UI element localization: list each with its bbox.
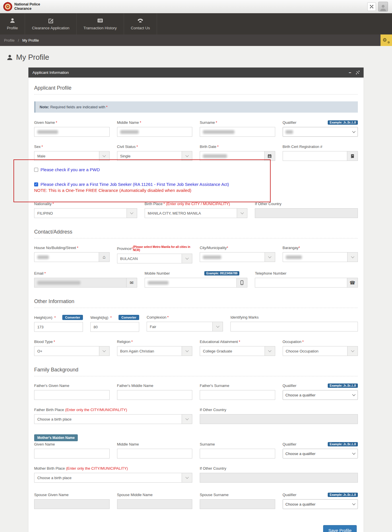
field-barangay: Barangay* <box>283 245 358 263</box>
spouse-surname-input <box>200 499 275 509</box>
identifying-marks-input[interactable] <box>230 322 358 331</box>
field-mother-qualifier: Qualifier Example: Jr..Sr..I..II Choose … <box>283 442 358 458</box>
mother-qualifier-select[interactable]: Choose a qualifier <box>283 449 358 458</box>
required-fields-note: Note:Required fields are indicated with* <box>34 101 358 113</box>
nav-label: Profile <box>7 26 18 30</box>
field-nationality: Nationality * FILIPINO <box>34 201 137 218</box>
arrows-expand-icon <box>369 4 374 9</box>
educational-attainment-select[interactable]: College Graduate <box>200 346 275 356</box>
spouse-middle-name-input <box>117 499 193 509</box>
chevron-down-icon <box>347 346 358 356</box>
pwd-checkbox-row: Please check if you are a PWD <box>34 167 358 172</box>
nav-profile[interactable]: Profile <box>0 13 25 34</box>
mothers-maiden-name-badge: Mother's Maiden Name <box>34 434 78 441</box>
chevron-down-icon <box>352 130 355 133</box>
main-nav: Profile Clearance Application Transactio… <box>0 13 392 34</box>
save-profile-button[interactable]: Save Profile <box>323 525 357 532</box>
surname-input[interactable] <box>200 127 275 137</box>
home-icon: ⌂ <box>99 252 110 262</box>
field-given-name: Given Name * <box>34 120 110 137</box>
mother-middle-name-input[interactable] <box>117 449 193 458</box>
mobile-phone-icon <box>236 278 247 288</box>
religion-select[interactable]: Born Again Christian <box>117 346 193 356</box>
breadcrumb-profile-link[interactable]: Profile <box>4 38 15 43</box>
breadcrumb: Profile / My Profile <box>4 38 39 43</box>
height-converter-button[interactable]: Converter <box>62 315 83 320</box>
father-if-other-country-input <box>200 414 358 424</box>
father-birth-place-select[interactable]: Choose a birth place <box>34 414 192 424</box>
section-family-background: Family Background <box>34 367 358 376</box>
complexion-select[interactable]: Fair <box>147 322 223 331</box>
user-icon <box>6 54 13 61</box>
father-middle-name-input[interactable] <box>117 390 193 400</box>
field-qualifier: Qualifier Example: Jr..Sr..I..II <box>283 120 358 137</box>
given-name-input[interactable] <box>34 127 110 137</box>
avatar[interactable] <box>378 2 388 11</box>
chevron-down-icon <box>237 209 247 218</box>
pwd-checkbox[interactable] <box>34 168 38 172</box>
mobile-input[interactable] <box>145 278 237 288</box>
house-input[interactable] <box>34 252 99 262</box>
chevron-down-icon <box>99 151 109 161</box>
nationality-select[interactable]: FILIPINO <box>34 208 137 218</box>
redacted-value <box>37 130 58 134</box>
birth-cert-input[interactable] <box>283 151 347 161</box>
field-civil-status: Civil Status * Single <box>117 144 193 161</box>
barangay-select[interactable] <box>283 252 358 262</box>
settings-button[interactable]: ⚙ ⚙ <box>381 34 392 46</box>
mother-given-name-input[interactable] <box>34 449 110 458</box>
father-qualifier-select[interactable]: Choose a qualifier <box>283 390 358 400</box>
redacted-value <box>120 130 139 134</box>
field-father-qualifier: Qualifier Example: Jr..Sr..I..II Choose … <box>283 383 358 400</box>
weight-input[interactable]: 80 <box>90 322 139 332</box>
breadcrumb-current: My Profile <box>22 38 39 43</box>
father-surname-input[interactable] <box>200 390 275 400</box>
birth-place-select[interactable]: MANILA CITY, METRO MANILA <box>145 208 248 218</box>
nav-contact-us[interactable]: Contact Us <box>124 13 157 34</box>
redacted-value <box>203 255 221 259</box>
field-telephone: Telephone Number ☎ <box>255 271 358 288</box>
field-father-if-other-country: If Other Country <box>200 407 358 424</box>
telephone-input[interactable] <box>255 278 347 288</box>
occupation-select[interactable]: Choose Occupation <box>283 346 358 356</box>
collapse-icon[interactable]: − <box>349 70 351 75</box>
section-other-information: Other Information <box>34 298 358 308</box>
section-contact-address: Contact/Address <box>34 229 358 238</box>
nav-label: Contact Us <box>131 26 150 30</box>
father-given-name-input[interactable] <box>34 390 110 400</box>
chevron-down-icon <box>352 451 355 454</box>
spouse-qualifier-select[interactable]: Choose a qualifier <box>283 499 358 509</box>
mother-birth-place-select[interactable]: Choose a birth place <box>34 473 192 483</box>
qualifier-select[interactable] <box>283 127 358 137</box>
qualifier-example-badge: Example: Jr..Sr..I..II <box>328 383 358 388</box>
mother-surname-input[interactable] <box>200 449 275 458</box>
first-time-job-seeker-label[interactable]: Please check if you are a First Time Job… <box>40 182 229 187</box>
nav-transaction-history[interactable]: Transaction History <box>77 13 124 34</box>
birth-date-input[interactable] <box>200 151 264 161</box>
middle-name-input[interactable] <box>117 127 193 137</box>
weight-converter-button[interactable]: Converter <box>119 315 139 320</box>
field-height: Height(cm) * Converter 173 <box>34 315 83 332</box>
qualifier-example-badge: Example: Jr..Sr..I..II <box>328 120 358 125</box>
redacted-value <box>203 130 234 134</box>
envelope-icon: ✉ <box>126 278 137 288</box>
expand-diagonal-icon[interactable] <box>356 71 360 74</box>
phone-icon <box>137 18 143 24</box>
blood-type-select[interactable]: O+ <box>34 346 110 356</box>
province-select[interactable]: BULACAN <box>117 254 193 263</box>
mother-if-other-country-input <box>200 473 358 483</box>
redacted-value <box>286 255 302 259</box>
field-occupation: Occupation * Choose Occupation <box>283 339 358 356</box>
list-icon <box>97 18 103 24</box>
pwd-checkbox-label[interactable]: Please check if you are a PWD <box>40 167 100 172</box>
civil-status-select[interactable]: Single <box>117 151 193 161</box>
first-time-job-seeker-checkbox[interactable]: ✓ <box>34 182 38 186</box>
nav-clearance-application[interactable]: Clearance Application <box>25 13 77 34</box>
fullscreen-button[interactable] <box>367 2 376 11</box>
city-select[interactable] <box>200 252 275 262</box>
field-father-birth-place: Father Birth Place (Enter only the CITY/… <box>34 407 192 424</box>
height-input[interactable]: 173 <box>34 322 83 332</box>
one-time-free-clearance-note: NOTE: This is a One-Time FREE Clearance … <box>34 188 358 193</box>
field-surname: Surname * <box>200 120 275 137</box>
sex-select[interactable]: Male <box>34 151 110 161</box>
